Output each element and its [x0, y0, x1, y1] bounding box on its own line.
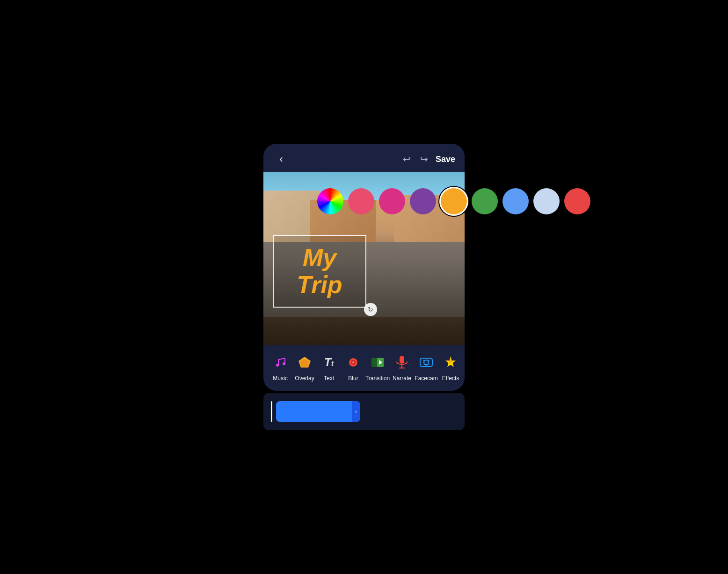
svg-point-16	[428, 360, 430, 361]
svg-point-15	[423, 360, 425, 361]
tool-music-label: Music	[273, 375, 287, 382]
overlay-icon	[295, 353, 314, 372]
timeline-cursor	[271, 401, 272, 422]
save-button[interactable]: Save	[436, 155, 455, 164]
color-wheel[interactable]	[317, 188, 343, 214]
facecam-icon	[416, 353, 436, 372]
overlay-text: MyTrip	[297, 244, 342, 298]
tool-facecam-label: Facecam	[415, 375, 437, 382]
blur-icon	[343, 353, 363, 372]
top-bar: ‹ ↩ ↪ Save	[263, 144, 465, 172]
color-swatch-purple[interactable]	[410, 188, 436, 214]
timeline-end-handle[interactable]: ›	[352, 401, 360, 422]
redo-button[interactable]: ↪	[418, 152, 430, 167]
tool-music[interactable]: Music	[268, 353, 292, 382]
rotate-handle[interactable]: ↻	[364, 303, 377, 316]
text-overlay-box[interactable]: MyTrip	[273, 235, 366, 308]
svg-point-6	[352, 361, 354, 363]
app-container: ‹ ↩ ↪ Save MyTrip ↻	[249, 144, 479, 430]
svg-point-14	[424, 360, 429, 365]
phone-frame: ‹ ↩ ↪ Save MyTrip ↻	[263, 144, 465, 391]
tool-blur[interactable]: Blur	[341, 353, 365, 382]
svg-point-0	[276, 364, 279, 367]
tool-adjust[interactable]: Adjust	[463, 353, 465, 382]
timeline-area: ›	[263, 393, 465, 430]
svg-rect-7	[371, 358, 377, 367]
color-swatch-red[interactable]	[564, 188, 590, 214]
back-button[interactable]: ‹	[273, 151, 290, 168]
color-swatch-yellow[interactable]	[441, 188, 467, 214]
color-swatch-pink[interactable]	[348, 188, 374, 214]
transition-icon	[368, 353, 387, 372]
tool-facecam[interactable]: Facecam	[414, 353, 438, 382]
tool-effects[interactable]: Effects	[438, 353, 463, 382]
undo-button[interactable]: ↩	[401, 152, 413, 167]
color-swatch-green[interactable]	[472, 188, 498, 214]
tool-text-label: Text	[324, 375, 334, 382]
tool-blur-label: Blur	[348, 375, 358, 382]
tool-overlay-label: Overlay	[295, 375, 314, 382]
svg-rect-10	[400, 356, 404, 364]
color-swatch-magenta[interactable]	[379, 188, 405, 214]
tool-text[interactable]: Tt Text	[317, 353, 341, 382]
tool-transition[interactable]: Transition	[365, 353, 390, 382]
effects-icon	[441, 353, 460, 372]
narrate-icon	[392, 353, 412, 372]
color-picker-row	[317, 188, 590, 214]
tool-narrate[interactable]: Narrate	[390, 353, 414, 382]
svg-point-1	[283, 362, 285, 365]
toolbar: Music Overlay Tt Text	[263, 345, 465, 391]
tool-narrate-label: Narrate	[393, 375, 411, 382]
color-swatch-blue[interactable]	[502, 188, 529, 214]
color-swatch-lightblue[interactable]	[533, 188, 560, 214]
tool-transition-label: Transition	[365, 375, 390, 382]
top-bar-actions: ↩ ↪ Save	[401, 152, 455, 167]
timeline-clip[interactable]: ›	[276, 401, 360, 422]
text-icon: Tt	[319, 353, 339, 372]
tool-effects-label: Effects	[442, 375, 459, 382]
tool-overlay[interactable]: Overlay	[292, 353, 317, 382]
music-icon	[270, 353, 290, 372]
